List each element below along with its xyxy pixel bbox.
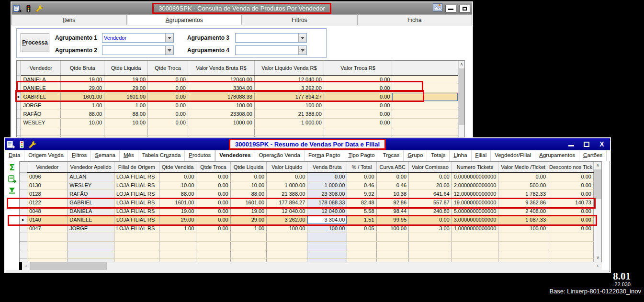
grid-row-0128[interactable]: 0128RAFÃOLOJA FILIAL RS88.000.0088.0021 …: [20, 190, 594, 198]
grid-cell[interactable]: 0.00: [148, 75, 188, 84]
grid-cell[interactable]: 0.00: [196, 198, 230, 207]
minimize-button[interactable]: [565, 140, 577, 148]
chevron-down-icon[interactable]: [165, 46, 173, 55]
form-icon[interactable]: [13, 5, 22, 12]
row-selector-cell[interactable]: [20, 181, 27, 190]
chevron-down-icon[interactable]: [298, 46, 306, 55]
column-header-valor-medio-ticket[interactable]: Valor Medio /Ticket: [498, 162, 548, 172]
grid-cell[interactable]: 1000.00: [188, 118, 255, 127]
grid-cell[interactable]: [452, 241, 498, 250]
grid-cell[interactable]: [376, 233, 409, 241]
column-header-qtde-liquida[interactable]: Qtde Liquida: [230, 162, 267, 172]
grid-cell[interactable]: [196, 258, 230, 262]
grid-cell[interactable]: DANIELE: [21, 84, 61, 92]
grid-cell[interactable]: 1.51: [347, 215, 376, 224]
form-icon[interactable]: [7, 141, 15, 148]
grid-cell[interactable]: [68, 233, 114, 241]
tab-m-s[interactable]: Mês: [120, 150, 138, 161]
grid-cell[interactable]: [376, 250, 409, 258]
grid-cell[interactable]: [159, 258, 196, 262]
agrupamento2-select[interactable]: [102, 45, 174, 55]
grid-cell[interactable]: [27, 258, 68, 262]
grid-cell[interactable]: 12 040.00: [267, 207, 307, 215]
scroll-up-icon[interactable]: ∧: [459, 61, 464, 68]
grid-cell[interactable]: LOJA FILIAL RS: [114, 207, 159, 215]
grid-cell[interactable]: 1601.00: [159, 198, 196, 207]
grid-cell[interactable]: 178 088.33: [307, 198, 347, 207]
tab-semana[interactable]: Semana: [91, 150, 120, 161]
grid-cell[interactable]: [114, 233, 159, 241]
maximize-button[interactable]: [459, 5, 470, 12]
grid-cell[interactable]: 10.00: [61, 118, 104, 127]
grid-cell[interactable]: 0.00: [548, 207, 594, 215]
column-header-filial-de-origem[interactable]: Filial de Origem: [114, 162, 159, 172]
column-header-qtde-troca[interactable]: Qtde Troca: [196, 162, 230, 172]
row-selector-cell[interactable]: [20, 207, 27, 215]
row-selector-cell[interactable]: [17, 127, 21, 135]
column-header-curva-abc[interactable]: Curva ABC: [376, 162, 409, 172]
tab-data[interactable]: Data: [5, 150, 24, 161]
grid-cell[interactable]: 3.0000000000000: [452, 215, 498, 224]
tab-totais[interactable]: Totais: [427, 150, 450, 161]
grid-cell[interactable]: 1601.00: [104, 92, 148, 101]
column-header-valor-comissao[interactable]: Valor Comissao: [409, 162, 452, 172]
grid-cell[interactable]: 1 000.00: [307, 181, 347, 190]
column-header-numero-tickets[interactable]: Numero Tickets: [452, 162, 498, 172]
grid-cell[interactable]: [27, 250, 68, 258]
grid-cell[interactable]: 0047: [27, 224, 68, 233]
column-header-qtde-vendida[interactable]: Qtde Vendida: [159, 162, 196, 172]
row-selector-cell[interactable]: [20, 258, 27, 262]
grid-cell[interactable]: WESLEY: [68, 181, 114, 190]
grid-cell[interactable]: 3 262.00: [254, 84, 324, 92]
agrupamento4-select[interactable]: [235, 45, 307, 55]
grid-cell[interactable]: [452, 233, 498, 241]
grid-cell[interactable]: 557.87: [409, 198, 452, 207]
grid-cell[interactable]: 88.00: [104, 110, 148, 118]
grid-cell[interactable]: DANIELA: [68, 207, 114, 215]
grid-cell[interactable]: LOJA FILIAL RS: [114, 215, 159, 224]
tab-tipo-pagto[interactable]: Tipo Pagto: [344, 150, 379, 161]
grid-cell[interactable]: [159, 250, 196, 258]
grid-cell[interactable]: 0.05: [347, 224, 376, 233]
grid-cell[interactable]: ALLAN: [68, 172, 114, 181]
row-selector-arrow-icon[interactable]: ►: [17, 92, 21, 101]
grid-cell[interactable]: DANIELA: [21, 75, 61, 84]
grid-cell[interactable]: 0.00: [196, 181, 230, 190]
tab-filtros[interactable]: Filtros: [242, 14, 357, 25]
tab-vendedores[interactable]: Vendedores: [215, 150, 255, 161]
grid-cell[interactable]: [307, 241, 347, 250]
grid-cell[interactable]: 2.0000000000000: [452, 181, 498, 190]
grid-cell[interactable]: 0.00: [548, 172, 594, 181]
grid-cell[interactable]: 0.00: [498, 172, 548, 181]
wrench-icon[interactable]: [29, 141, 36, 148]
grid-cell[interactable]: [196, 233, 230, 241]
grid-cell[interactable]: 1 000.00: [267, 181, 307, 190]
grid-cell[interactable]: 0.00: [267, 172, 307, 181]
grid-cell[interactable]: [392, 110, 458, 118]
grid-cell[interactable]: [68, 250, 114, 258]
grid-cell[interactable]: 29.00: [61, 84, 104, 92]
tab-linha[interactable]: Linha: [450, 150, 471, 161]
grid-cell[interactable]: [267, 233, 307, 241]
grid-cell[interactable]: 0.00: [409, 172, 452, 181]
grid-cell[interactable]: [409, 241, 452, 250]
grid-cell[interactable]: 12 040.00: [254, 75, 324, 84]
grid-cell[interactable]: 88.00: [230, 190, 267, 198]
column-header-vendedor-apelido[interactable]: Vendedor Apelido: [68, 162, 114, 172]
grid-cell[interactable]: [347, 241, 376, 250]
grid-cell[interactable]: 29.00: [159, 215, 196, 224]
grid-cell[interactable]: [27, 241, 68, 250]
grid-row-0122[interactable]: 0122GABRIELLOJA FILIAL RS1601.000.001601…: [20, 198, 594, 207]
grid-cell[interactable]: [452, 258, 498, 262]
grid-cell[interactable]: 1.00: [230, 224, 267, 233]
grid-cell[interactable]: LOJA FILIAL RS: [114, 172, 159, 181]
grid-cell[interactable]: [61, 127, 104, 135]
grid-cell[interactable]: 0.00: [196, 207, 230, 215]
grid-cell[interactable]: LOJA FILIAL RS: [114, 224, 159, 233]
column-header-qtde-liquida[interactable]: Qtde Liquida: [104, 61, 148, 75]
filter-icon[interactable]: [7, 186, 17, 195]
grid-cell[interactable]: 3 262.00: [267, 215, 307, 224]
grid-cell[interactable]: 12040.00: [188, 75, 255, 84]
column-header-total[interactable]: % / Total: [347, 162, 376, 172]
grid-cell[interactable]: [230, 258, 267, 262]
